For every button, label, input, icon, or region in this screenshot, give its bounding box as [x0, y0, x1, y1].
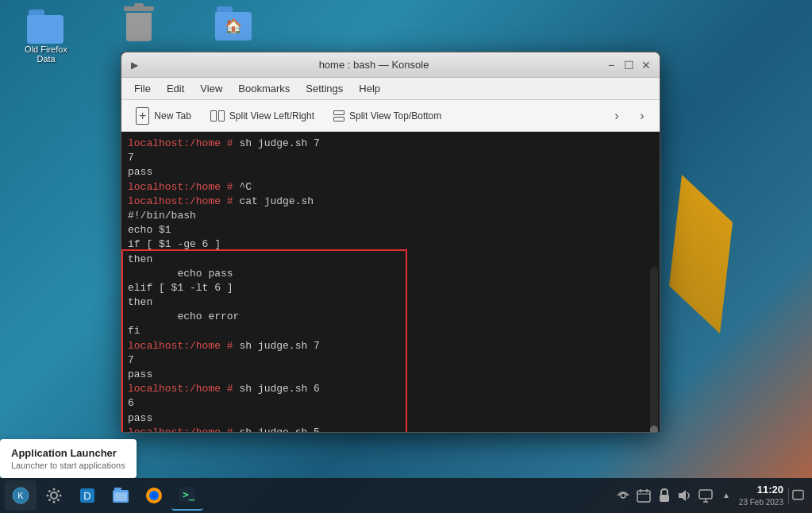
desktop: Old Firefox Data 🏠 ▶ home : bash — Konso…	[0, 0, 812, 513]
show-desktop-icon	[792, 489, 804, 502]
term-line-6: #!/bin/bash	[128, 209, 653, 223]
tray-calendar-icon[interactable]	[636, 488, 652, 503]
konsole-window: ▶ home : bash — Konsole − ☐ ✕ File Edit …	[121, 52, 660, 433]
term-line-12: then	[128, 295, 653, 310]
window-title: home : bash — Konsole	[144, 59, 604, 71]
split-top-bottom-button[interactable]: Split View Top/Bottom	[325, 107, 449, 125]
term-line-5: localhost:/home # cat judge.sh	[128, 195, 653, 209]
svg-rect-15	[114, 492, 127, 501]
terminal-area[interactable]: localhost:/home # sh judge.sh 7 7 pass l…	[121, 132, 660, 432]
window-minimize-btn[interactable]: −	[604, 58, 618, 72]
taskbar-launcher-btn[interactable]: K	[5, 480, 37, 511]
volume-icon	[678, 488, 692, 503]
window-close-btn[interactable]: ✕	[639, 58, 653, 72]
toolbar-nav-prev[interactable]: ›	[606, 105, 628, 127]
svg-point-5	[47, 495, 49, 497]
system-clock: 11:20 23 Feb 2023	[739, 484, 783, 507]
term-line-11: elif [ $1 -lt 6 ]	[128, 281, 653, 295]
calendar-icon	[637, 488, 651, 503]
system-tray: ▲ 11:20 23 Feb 2023	[615, 484, 807, 507]
svg-point-9	[48, 499, 51, 501]
term-line-2: 7	[128, 151, 653, 165]
tray-monitor-icon[interactable]	[698, 488, 714, 503]
term-line-14: fi	[128, 324, 653, 338]
title-bar: ▶ home : bash — Konsole − ☐ ✕	[121, 52, 660, 78]
tray-show-desktop-icon[interactable]	[788, 488, 804, 503]
svg-point-7	[48, 490, 51, 492]
folder-icon	[27, 10, 65, 41]
taskbar-terminal-btn[interactable]: >_	[171, 480, 203, 511]
taskbar-discover-btn[interactable]: D	[71, 480, 103, 511]
monitor-icon	[698, 488, 713, 503]
term-line-21: localhost:/home # sh judge.sh 5	[128, 426, 653, 432]
svg-text:K: K	[17, 491, 24, 500]
term-line-10: echo pass	[128, 267, 653, 281]
clock-time: 11:20	[739, 484, 783, 497]
firefox-icon	[145, 487, 163, 504]
svg-point-2	[51, 492, 57, 499]
svg-text:D: D	[83, 490, 90, 502]
tray-network-icon[interactable]	[615, 488, 631, 503]
svg-point-3	[53, 488, 56, 491]
toolbar-nav-next[interactable]: ›	[631, 105, 653, 127]
discover-icon: D	[79, 487, 96, 504]
tray-arrow-up-icon[interactable]: ▲	[718, 488, 734, 503]
split-top-bottom-label: Split View Top/Bottom	[349, 110, 441, 122]
svg-rect-22	[637, 491, 650, 502]
svg-point-10	[57, 490, 60, 492]
desktop-icon-old-firefox-data[interactable]: Old Firefox Data	[14, 10, 78, 64]
network-icon	[616, 488, 630, 503]
menu-bar: File Edit View Bookmarks Settings Help	[121, 78, 660, 100]
term-line-20: pass	[128, 411, 653, 426]
term-line-4: localhost:/home # ^C	[128, 180, 653, 195]
split-top-bottom-icon	[333, 110, 344, 122]
window-expand-btn[interactable]: ▶	[128, 59, 140, 71]
lock-icon	[657, 488, 672, 503]
term-line-7: echo $1	[128, 223, 653, 237]
term-line-17: pass	[128, 368, 653, 382]
desktop-icon-home[interactable]: 🏠	[202, 6, 266, 41]
clock-date: 23 Feb 2023	[739, 497, 783, 507]
taskbar: K D	[0, 478, 812, 513]
term-line-16: 7	[128, 353, 653, 368]
app-launcher-subtitle: Launcher to start applications	[11, 461, 125, 470]
svg-point-4	[53, 501, 56, 503]
term-line-1: localhost:/home # sh judge.sh 7	[128, 137, 653, 151]
term-line-15: localhost:/home # sh judge.sh 7	[128, 339, 653, 353]
menu-bookmarks[interactable]: Bookmarks	[232, 80, 296, 97]
desktop-decoration	[669, 175, 733, 334]
svg-point-8	[57, 499, 60, 501]
menu-help[interactable]: Help	[352, 80, 387, 97]
trash-icon	[124, 6, 162, 41]
taskbar-firefox-btn[interactable]	[138, 480, 170, 511]
toolbar: + New Tab Split View Left/Right Split Vi…	[121, 100, 660, 132]
svg-rect-13	[114, 488, 121, 490]
svg-rect-31	[793, 490, 803, 499]
menu-settings[interactable]: Settings	[299, 80, 349, 97]
scrollbar-track[interactable]	[650, 267, 658, 432]
taskbar-files-btn[interactable]	[105, 480, 137, 511]
desktop-icon-trash[interactable]	[111, 6, 175, 44]
svg-text:>_: >_	[183, 488, 195, 501]
svg-rect-26	[660, 495, 669, 502]
window-controls: − ☐ ✕	[604, 58, 653, 72]
terminal-taskbar-icon: >_	[179, 486, 196, 503]
taskbar-settings-btn[interactable]	[38, 480, 70, 511]
scrollbar-thumb[interactable]	[650, 426, 658, 432]
term-line-9: then	[128, 253, 653, 267]
new-tab-icon: +	[136, 107, 149, 125]
svg-point-6	[60, 495, 62, 497]
term-line-18: localhost:/home # sh judge.sh 6	[128, 382, 653, 396]
new-tab-button[interactable]: + New Tab	[128, 104, 199, 128]
window-maximize-btn[interactable]: ☐	[622, 58, 636, 72]
menu-edit[interactable]: Edit	[160, 80, 190, 97]
svg-rect-28	[699, 490, 712, 499]
tray-lock-icon[interactable]	[656, 488, 672, 503]
tray-volume-icon[interactable]	[677, 488, 693, 503]
split-left-right-button[interactable]: Split View Left/Right	[202, 107, 322, 125]
menu-file[interactable]: File	[128, 80, 157, 97]
menu-view[interactable]: View	[194, 80, 229, 97]
svg-point-21	[621, 493, 625, 498]
settings-icon	[45, 487, 63, 504]
term-line-8: if [ $1 -ge 6 ]	[128, 237, 653, 252]
